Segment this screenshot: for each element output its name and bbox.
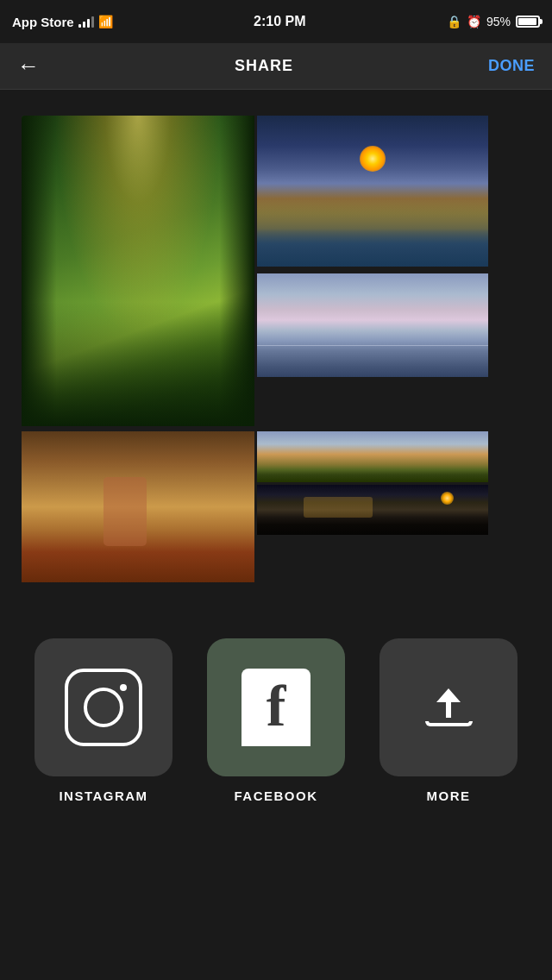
signal-icon xyxy=(78,16,94,28)
more-upload-icon xyxy=(425,688,473,726)
status-bar: App Store 📶 2:10 PM 🔒 ⏰ 95% xyxy=(0,0,552,43)
facebook-label: FACEBOOK xyxy=(234,788,317,803)
photo-1[interactable] xyxy=(22,116,254,426)
back-arrow-icon: ← xyxy=(17,53,40,79)
lock-icon: 🔒 xyxy=(447,15,461,28)
facebook-icon xyxy=(242,669,310,746)
photo-4[interactable] xyxy=(257,273,488,377)
status-left: App Store 📶 xyxy=(12,15,113,29)
instagram-share-button[interactable]: INSTAGRAM xyxy=(34,638,172,803)
battery-icon xyxy=(516,16,540,28)
photo-3[interactable] xyxy=(257,116,488,267)
battery-percent: 95% xyxy=(486,15,511,28)
facebook-share-button[interactable]: FACEBOOK xyxy=(207,638,345,803)
carrier-text: App Store xyxy=(12,15,74,29)
photo-2[interactable] xyxy=(22,431,254,582)
share-section: INSTAGRAM FACEBOOK MORE xyxy=(0,604,552,829)
more-label: MORE xyxy=(427,788,471,803)
facebook-icon-bg xyxy=(207,638,345,776)
photo-grid xyxy=(22,116,530,587)
nav-bar: ← SHARE DONE xyxy=(0,43,552,90)
status-time: 2:10 PM xyxy=(254,14,305,29)
alarm-icon: ⏰ xyxy=(467,15,481,28)
back-button[interactable]: ← xyxy=(17,53,40,79)
photo-6[interactable] xyxy=(257,485,488,536)
instagram-icon xyxy=(65,669,142,746)
photo-grid-container xyxy=(0,90,552,604)
status-right: 🔒 ⏰ 95% xyxy=(447,15,540,28)
photo-col2-bottom xyxy=(257,431,488,535)
page-title: SHARE xyxy=(235,57,293,75)
more-share-button[interactable]: MORE xyxy=(380,638,518,803)
instagram-label: INSTAGRAM xyxy=(59,788,147,803)
done-button[interactable]: DONE xyxy=(488,57,535,75)
wifi-icon: 📶 xyxy=(98,15,113,28)
instagram-icon-bg xyxy=(34,638,172,776)
photo-5[interactable] xyxy=(257,431,488,482)
more-icon-bg xyxy=(380,638,518,776)
